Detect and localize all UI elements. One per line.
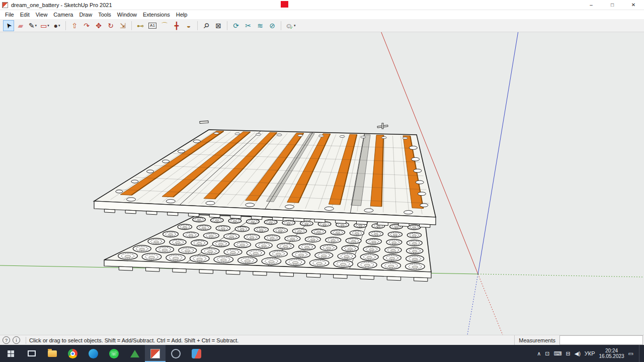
taskbar-edge-icon: [89, 349, 98, 358]
recording-indicator: [281, 1, 288, 8]
toolbar: ➤▰✎▾▭▾●▾⇧↷✥↻⇲⊷A1⌒╋◒⚲⊠⟳✂≋⊘☺✓▾: [0, 19, 644, 32]
text-tool[interactable]: A1: [147, 20, 158, 31]
statusbar-divider: [26, 337, 26, 344]
dropdown-caret-icon: ▾: [294, 24, 296, 28]
plugin-layers-tool[interactable]: ≋: [255, 20, 266, 31]
taskbar-file-explorer-icon: [48, 350, 57, 357]
taskbar-colored-app-icon: [192, 349, 201, 358]
signin-check-icon: ✓: [290, 26, 293, 30]
toolbar-separator: [281, 21, 281, 30]
protractor-tool[interactable]: ⌒: [159, 20, 170, 31]
plugin-section-icon: ✂: [245, 22, 251, 29]
dropdown-caret-icon: ▾: [58, 24, 60, 28]
text-icon: A1: [148, 23, 156, 29]
taskbar-task-view[interactable]: [21, 345, 42, 362]
taskbar-whatsapp[interactable]: ☏: [104, 345, 124, 362]
push-pull-icon: ⇧: [71, 22, 77, 29]
maximize-button[interactable]: □: [602, 0, 623, 10]
dropdown-caret-icon: ▾: [35, 24, 37, 28]
battery-tray-top[interactable]: [94, 130, 436, 228]
zoom-tool[interactable]: ⚲: [201, 20, 212, 31]
paint-bucket-tool[interactable]: ◒: [183, 20, 194, 31]
toolbar-separator: [197, 21, 198, 30]
protractor-icon: ⌒: [161, 22, 168, 29]
menu-window[interactable]: Window: [114, 11, 140, 18]
close-button[interactable]: ✕: [623, 0, 644, 10]
arc-tool[interactable]: ●▾: [51, 20, 62, 31]
geolocation-info-button[interactable]: i: [13, 336, 20, 344]
move-icon: ✥: [96, 22, 102, 29]
menu-tools[interactable]: Tools: [95, 11, 114, 18]
menu-file[interactable]: File: [2, 11, 17, 18]
taskbar-media-app[interactable]: [166, 345, 186, 362]
show-desktop-button[interactable]: [639, 345, 642, 362]
sketchup-logo-icon: [2, 2, 8, 8]
status-hint-text: Click or drag to select objects. Shift =…: [29, 337, 238, 343]
line-tool[interactable]: ✎▾: [27, 20, 38, 31]
scale-tool[interactable]: ⇲: [117, 20, 128, 31]
toolbar-separator: [65, 21, 66, 30]
rotate-tool[interactable]: ↻: [105, 20, 116, 31]
language-indicator[interactable]: УКР: [585, 350, 595, 356]
taskbar-sketchup-icon: [150, 349, 160, 358]
taskbar-google-drive-icon: [130, 350, 139, 357]
taskbar-colored-app[interactable]: [186, 345, 207, 362]
tray-icons: ∧⊡⌨⊟◀): [537, 351, 581, 356]
menubar: FileEditViewCameraDrawToolsWindowExtensi…: [0, 10, 644, 20]
menu-extensions[interactable]: Extensions: [140, 11, 173, 18]
taskbar-whatsapp-icon: ☏: [109, 349, 119, 358]
shapes-icon: ▭: [40, 22, 47, 29]
account-button[interactable]: ☺✓▾: [284, 20, 297, 31]
shapes-tool[interactable]: ▭▾: [39, 20, 50, 31]
menu-edit[interactable]: Edit: [17, 11, 33, 18]
push-pull-tool[interactable]: ⇧: [69, 20, 80, 31]
axes-tool[interactable]: ╋: [171, 20, 182, 31]
select-tool[interactable]: ➤: [3, 20, 14, 31]
zoom-extents-tool[interactable]: ⊠: [213, 20, 224, 31]
minimize-button[interactable]: –: [581, 0, 602, 10]
window-controls: – □ ✕: [581, 0, 644, 10]
taskbar-google-drive[interactable]: [124, 345, 145, 362]
taskbar-edge[interactable]: [83, 345, 104, 362]
taskbar-chrome[interactable]: [62, 345, 83, 362]
menu-view[interactable]: View: [33, 11, 51, 18]
scale-icon: ⇲: [120, 22, 126, 29]
zoom-extents-icon: ⊠: [215, 22, 221, 29]
taskbar: ☏ ∧⊡⌨⊟◀) УКР 20:24 16.05.2023 ▭: [0, 345, 644, 362]
plugin-section-tool[interactable]: ✂: [243, 20, 254, 31]
action-center-icon[interactable]: ▭: [628, 351, 633, 356]
plugin-split-tool[interactable]: ⊘: [267, 20, 278, 31]
line-icon: ✎: [29, 22, 35, 29]
help-button[interactable]: ?: [3, 336, 10, 344]
loose-parts[interactable]: [200, 121, 388, 129]
zoom-icon: ⚲: [202, 21, 210, 30]
statusbar: ? i Click or drag to select objects. Shi…: [0, 335, 644, 345]
move-tool[interactable]: ✥: [93, 20, 104, 31]
start-button[interactable]: [0, 345, 21, 362]
dropdown-caret-icon: ▾: [47, 24, 49, 28]
taskbar-file-explorer[interactable]: [42, 345, 62, 362]
tray-network-icon[interactable]: ⊟: [566, 351, 570, 356]
taskbar-sketchup[interactable]: [145, 345, 166, 362]
viewport-3d[interactable]: [0, 32, 644, 335]
tray-volume-icon[interactable]: ◀): [575, 351, 581, 356]
plugin-rotate-icon: ⟳: [233, 22, 239, 29]
menu-help[interactable]: Help: [173, 11, 191, 18]
paint-bucket-icon: ◒: [187, 22, 191, 29]
taskbar-apps: ☏: [21, 345, 207, 362]
menu-camera[interactable]: Camera: [50, 11, 76, 18]
taskbar-clock[interactable]: 20:24 16.05.2023: [599, 348, 624, 359]
tape-measure-tool[interactable]: ⊷: [135, 20, 146, 31]
tray-display-icon[interactable]: ⊡: [545, 351, 549, 356]
axes-icon: ╋: [175, 22, 179, 29]
viewport-canvas[interactable]: [0, 32, 644, 335]
follow-me-tool[interactable]: ↷: [81, 20, 92, 31]
eraser-tool[interactable]: ▰: [15, 20, 26, 31]
measurements-input[interactable]: [559, 335, 643, 345]
tray-chevron-up-icon[interactable]: ∧: [537, 351, 541, 356]
tray-keyboard-icon[interactable]: ⌨: [554, 351, 562, 356]
window-title: dream_one_battery - SketchUp Pro 2021: [11, 2, 112, 8]
menu-draw[interactable]: Draw: [76, 11, 95, 18]
plugin-rotate-tool[interactable]: ⟳: [230, 20, 242, 31]
system-tray: ∧⊡⌨⊟◀) УКР 20:24 16.05.2023 ▭: [537, 345, 644, 362]
